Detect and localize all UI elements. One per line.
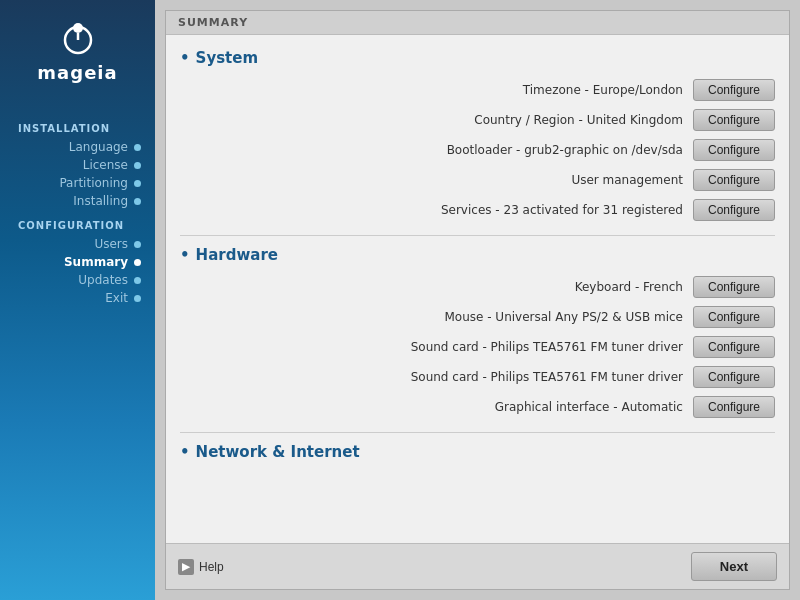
configure-button-timezone[interactable]: Configure	[693, 79, 775, 101]
sidebar-item-updates[interactable]: Updates	[0, 271, 155, 289]
configure-button-soundcard2[interactable]: Configure	[693, 366, 775, 388]
help-button[interactable]: ▶ Help	[178, 559, 224, 575]
hardware-section-title: Hardware	[196, 246, 278, 264]
network-section-title: Network & Internet	[196, 443, 360, 461]
section-divider-hardware	[180, 432, 775, 433]
sidebar-item-language[interactable]: Language	[0, 138, 155, 156]
section-divider-system	[180, 235, 775, 236]
sidebar-item-license[interactable]: License	[0, 156, 155, 174]
hardware-bullet: •	[180, 246, 190, 264]
sidebar-dot	[134, 144, 141, 151]
config-row-timezone: Timezone - Europe/London Configure	[180, 75, 775, 105]
sidebar-dot	[134, 295, 141, 302]
next-button[interactable]: Next	[691, 552, 777, 581]
sidebar-item-summary[interactable]: Summary	[0, 253, 155, 271]
sidebar-dot	[134, 162, 141, 169]
help-label: Help	[199, 560, 224, 574]
sidebar-item-label: Partitioning	[59, 176, 128, 190]
sidebar-item-label: Exit	[105, 291, 128, 305]
config-label: Bootloader - grub2-graphic on /dev/sda	[180, 143, 683, 157]
sidebar-item-partitioning[interactable]: Partitioning	[0, 174, 155, 192]
configure-button-mouse[interactable]: Configure	[693, 306, 775, 328]
system-bullet: •	[180, 49, 190, 67]
system-section-header: • System	[180, 49, 775, 67]
configure-button-graphical[interactable]: Configure	[693, 396, 775, 418]
sidebar: mageia INSTALLATION Language License Par…	[0, 0, 155, 600]
mageia-logo-icon	[58, 18, 98, 58]
sidebar-dot	[134, 198, 141, 205]
system-section-title: System	[196, 49, 258, 67]
sidebar-dot	[134, 277, 141, 284]
configure-button-keyboard[interactable]: Configure	[693, 276, 775, 298]
logo-area: mageia	[37, 18, 117, 83]
logo-text: mageia	[37, 62, 117, 83]
config-label: Sound card - Philips TEA5761 FM tuner dr…	[180, 370, 683, 384]
config-label: Country / Region - United Kingdom	[180, 113, 683, 127]
config-label: User management	[180, 173, 683, 187]
sidebar-item-label: License	[83, 158, 128, 172]
summary-panel: SUMMARY • System Timezone - Europe/Londo…	[165, 10, 790, 590]
sidebar-item-exit[interactable]: Exit	[0, 289, 155, 307]
sidebar-item-label: Installing	[73, 194, 128, 208]
sidebar-item-label: Updates	[78, 273, 128, 287]
panel-body: • System Timezone - Europe/London Config…	[166, 35, 789, 543]
config-row-soundcard1: Sound card - Philips TEA5761 FM tuner dr…	[180, 332, 775, 362]
config-label: Sound card - Philips TEA5761 FM tuner dr…	[180, 340, 683, 354]
network-section-header: • Network & Internet	[180, 443, 775, 461]
sidebar-dot	[134, 241, 141, 248]
config-row-services: Services - 23 activated for 31 registere…	[180, 195, 775, 225]
config-row-country: Country / Region - United Kingdom Config…	[180, 105, 775, 135]
configure-button-services[interactable]: Configure	[693, 199, 775, 221]
sidebar-item-label: Users	[94, 237, 128, 251]
sidebar-item-label: Summary	[64, 255, 128, 269]
sidebar-item-label: Language	[69, 140, 128, 154]
installation-section-title: INSTALLATION	[0, 123, 110, 134]
config-row-soundcard2: Sound card - Philips TEA5761 FM tuner dr…	[180, 362, 775, 392]
sidebar-dot	[134, 259, 141, 266]
configuration-section-title: CONFIGURATION	[0, 220, 124, 231]
configure-button-bootloader[interactable]: Configure	[693, 139, 775, 161]
svg-point-1	[73, 23, 83, 33]
config-label: Mouse - Universal Any PS/2 & USB mice	[180, 310, 683, 324]
help-icon: ▶	[178, 559, 194, 575]
bottom-bar: ▶ Help Next	[166, 543, 789, 589]
config-row-user: User management Configure	[180, 165, 775, 195]
config-row-bootloader: Bootloader - grub2-graphic on /dev/sda C…	[180, 135, 775, 165]
config-label: Graphical interface - Automatic	[180, 400, 683, 414]
config-row-keyboard: Keyboard - French Configure	[180, 272, 775, 302]
configure-button-soundcard1[interactable]: Configure	[693, 336, 775, 358]
sidebar-item-users[interactable]: Users	[0, 235, 155, 253]
config-label: Timezone - Europe/London	[180, 83, 683, 97]
hardware-section-header: • Hardware	[180, 246, 775, 264]
network-bullet: •	[180, 443, 190, 461]
config-label: Keyboard - French	[180, 280, 683, 294]
configure-button-country[interactable]: Configure	[693, 109, 775, 131]
panel-header: SUMMARY	[166, 11, 789, 35]
config-row-mouse: Mouse - Universal Any PS/2 & USB mice Co…	[180, 302, 775, 332]
configure-button-user[interactable]: Configure	[693, 169, 775, 191]
sidebar-item-installing[interactable]: Installing	[0, 192, 155, 210]
main-area: SUMMARY • System Timezone - Europe/Londo…	[155, 0, 800, 600]
config-label: Services - 23 activated for 31 registere…	[180, 203, 683, 217]
sidebar-dot	[134, 180, 141, 187]
config-row-graphical: Graphical interface - Automatic Configur…	[180, 392, 775, 422]
